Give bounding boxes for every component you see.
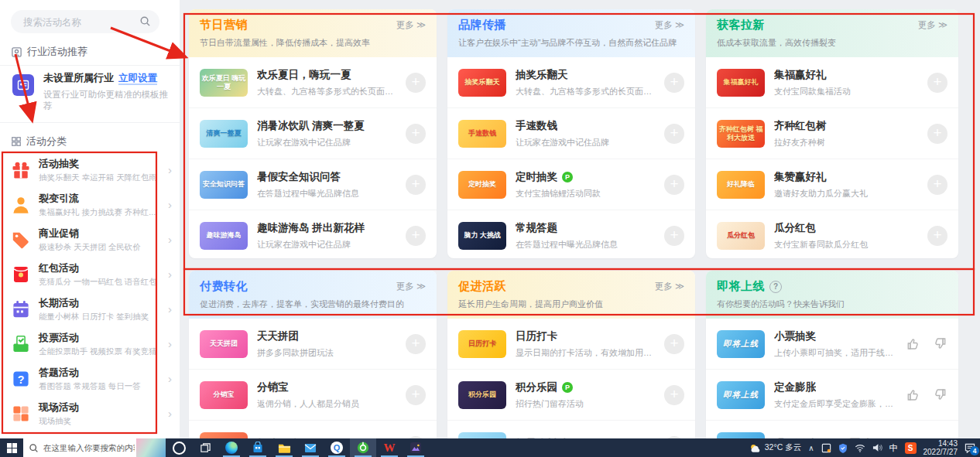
add-activity-button[interactable]: + <box>927 73 947 93</box>
add-activity-button[interactable]: + <box>664 175 684 195</box>
add-activity-button[interactable]: + <box>927 226 947 246</box>
activity-card-瓜分红包[interactable]: 瓜分红包瓜分红包支付宝新春同款瓜分红包+ <box>706 210 958 258</box>
mini-program-badge-icon: P <box>562 382 573 393</box>
add-activity-button[interactable]: + <box>406 226 426 246</box>
activity-card-抽奖乐翻天[interactable]: 抽奖乐翻天抽奖乐翻天大转盘、九宫格等多形式的长页面抽奖+ <box>447 57 695 107</box>
more-link[interactable]: 更多 ≫ <box>655 19 684 31</box>
sidebar-category-现场活动[interactable]: 现场活动现场抽奖› <box>0 396 180 431</box>
cortana-button[interactable] <box>166 438 192 457</box>
sidebar-category-答题活动[interactable]: ?答题活动看图答题 常规答题 每日一答› <box>0 361 180 396</box>
more-link[interactable]: 更多 ≫ <box>655 281 684 292</box>
activity-card-集福赢好礼[interactable]: 集福赢好礼集福赢好礼支付宝同款集福活动+ <box>706 57 958 107</box>
activity-card-天天拼团[interactable]: 天天拼团天天拼团拼多多同款拼团玩法+ <box>189 319 437 369</box>
thumbs-down-icon[interactable] <box>933 336 947 351</box>
activity-card-分销宝[interactable]: 分销宝分销宝返佣分销，人人都是分销员+ <box>189 369 437 420</box>
sidebar-category-投票活动[interactable]: 投票活动全能投票助手 视频投票 有奖竞猜› <box>0 326 180 361</box>
grid-icon <box>11 404 31 424</box>
edge-button[interactable] <box>218 438 245 457</box>
activity-card-定金膨胀[interactable]: 即将上线定金膨胀支付定金后即享受定金膨胀，适用于大促... <box>706 369 958 420</box>
red-envelope-icon <box>11 264 31 285</box>
taskbar-clock[interactable]: 14:43 2022/7/27 <box>923 439 958 456</box>
activity-card-消暑冰饮趴 清爽一整夏[interactable]: 清爽一整夏消暑冰饮趴 清爽一整夏让玩家在游戏中记住品牌+ <box>189 107 437 159</box>
taskbar-search-input[interactable] <box>42 442 136 453</box>
panel-header: 节日营销 更多 ≫ 节日自带流量属性，降低传播成本，提高效率 <box>189 9 437 57</box>
photos-app-button[interactable] <box>403 438 429 457</box>
more-link[interactable]: 更多 ≫ <box>396 281 426 292</box>
category-desc: 竞猜瓜分 一物一码红包 语音红包 <box>39 277 165 288</box>
chevron-right-icon: › <box>168 372 172 385</box>
add-activity-button[interactable]: + <box>406 124 426 144</box>
add-activity-button[interactable]: + <box>406 334 426 354</box>
activity-card-集赞赢好礼[interactable]: 好礼降临集赞赢好礼邀请好友助力瓜分赢大礼+ <box>706 159 958 210</box>
more-link[interactable]: 更多 ≫ <box>396 19 426 31</box>
wifi-icon[interactable] <box>855 444 865 452</box>
add-activity-button[interactable]: + <box>406 175 426 195</box>
sidebar-category-裂变引流[interactable]: 裂变引流集福赢好礼 接力挑战赛 齐种红...› <box>0 187 180 222</box>
clock-date: 2022/7/27 <box>923 448 958 456</box>
wps-icon: W <box>384 442 396 455</box>
add-activity-button[interactable]: + <box>664 124 684 144</box>
sidebar-category-活动抽奖[interactable]: 活动抽奖抽奖乐翻天 幸运开箱 天降红包雨› <box>0 152 180 187</box>
activity-card-手速数钱[interactable]: 手速数钱手速数钱让玩家在游戏中记住品牌+ <box>447 107 695 159</box>
industry-card-icon <box>12 74 34 96</box>
add-activity-button[interactable]: + <box>406 385 426 405</box>
activity-title: 定金膨胀 <box>774 380 816 394</box>
activity-card-定时抽奖[interactable]: 定时抽奖定时抽奖P支付宝抽锦鲤活动同款+ <box>447 159 695 210</box>
sidebar-category-红包活动[interactable]: 红包活动竞猜瓜分 一物一码红包 语音红包› <box>0 257 180 292</box>
sogou-icon[interactable]: S <box>905 442 917 454</box>
activity-card-积分乐园[interactable]: 积分乐园积分乐园P招行热门留存活动+ <box>447 369 695 420</box>
activity-thumbnail: 瓜分红包 <box>717 222 765 250</box>
activity-search-box[interactable] <box>11 10 159 33</box>
add-activity-button[interactable]: + <box>664 334 684 354</box>
mail-button[interactable] <box>297 438 324 457</box>
add-activity-button[interactable]: + <box>927 124 947 144</box>
taskbar-search-box[interactable] <box>23 438 166 457</box>
store-button[interactable] <box>245 438 271 457</box>
thumbs-down-icon[interactable] <box>933 387 947 402</box>
category-desc: 抽奖乐翻天 幸运开箱 天降红包雨 <box>39 172 165 183</box>
activity-card-日历打卡[interactable]: 日历打卡日历打卡显示日期的打卡活动，有效增加用户粘性+ <box>447 319 695 369</box>
sidebar-category-长期活动[interactable]: 长期活动能量小树林 日历打卡 签到抽奖› <box>0 292 180 326</box>
notification-badge: 4 <box>970 446 979 455</box>
mini-program-badge-icon: P <box>562 172 573 182</box>
search-icon[interactable] <box>139 15 151 30</box>
section-subtitle: 促进消费，去库存，提客单，实现营销的最终付费目的 <box>200 298 426 310</box>
activity-card-欢乐夏日，嗨玩一夏[interactable]: 欢乐夏日 嗨玩一夏欢乐夏日，嗨玩一夏大转盘、九宫格等多形式的长页面抽奖+ <box>189 57 437 107</box>
search-input[interactable] <box>22 10 141 35</box>
thumbs-up-icon[interactable] <box>906 387 920 402</box>
file-explorer-button[interactable] <box>271 438 297 457</box>
volume-icon[interactable] <box>872 443 882 452</box>
set-industry-link[interactable]: 立即设置 <box>118 73 157 85</box>
activity-title: 分销宝 <box>257 380 289 394</box>
notification-center-button[interactable]: 4 <box>965 443 975 453</box>
activity-card-小票抽奖[interactable]: 即将上线小票抽奖上传小票即可抽奖，适用于线下零售的复... <box>706 319 958 369</box>
windows-logo-icon <box>7 443 17 453</box>
thumbs-up-icon[interactable] <box>906 336 920 351</box>
add-activity-button[interactable]: + <box>664 385 684 405</box>
security-shield-icon[interactable] <box>838 443 848 453</box>
more-link[interactable]: 更多 ≫ <box>918 19 947 31</box>
add-activity-button[interactable]: + <box>664 73 684 93</box>
ime-indicator[interactable]: 中 <box>889 442 898 454</box>
activity-card-齐种红包树[interactable]: 齐种红包树 福利大放送齐种红包树拉好友齐种树+ <box>706 107 958 159</box>
section-subtitle: 低成本获取流量，高效传播裂变 <box>717 37 947 49</box>
help-icon[interactable]: ? <box>769 281 782 293</box>
add-activity-button[interactable]: + <box>406 73 426 93</box>
tray-expand-button[interactable]: ∧ <box>808 444 814 452</box>
wps-button[interactable]: W <box>376 438 403 457</box>
add-activity-button[interactable]: + <box>927 175 947 195</box>
panel-promote-activity: 促进活跃 更多 ≫ 延长用户生命周期，提高用户商业价值 日历打卡日历打卡显示日期… <box>447 271 695 457</box>
weather-tray-item[interactable]: 32°C 多云 <box>749 442 801 453</box>
category-title: 裂变引流 <box>39 193 79 204</box>
search-highlight-image[interactable] <box>136 438 166 457</box>
sidebar-category-商业促销[interactable]: 商业促销极速秒杀 天天拼团 全民砍价› <box>0 222 180 257</box>
snip-tool-icon[interactable] <box>821 443 831 453</box>
activity-card-常规答题[interactable]: 脑力 大挑战常规答题在答题过程中曝光品牌信息+ <box>447 210 695 258</box>
task-view-button[interactable] <box>192 438 218 457</box>
activity-card-趣味游海岛 拼出新花样[interactable]: 趣味游海岛趣味游海岛 拼出新花样让玩家在游戏中记住品牌+ <box>189 210 437 258</box>
start-button[interactable] <box>0 438 23 457</box>
q-browser-button[interactable]: Q <box>324 438 350 457</box>
activity-card-暑假安全知识问答[interactable]: 安全知识问答暑假安全知识问答在答题过程中曝光品牌信息+ <box>189 159 437 210</box>
green-browser-button[interactable] <box>350 438 376 457</box>
add-activity-button[interactable]: + <box>664 226 684 246</box>
